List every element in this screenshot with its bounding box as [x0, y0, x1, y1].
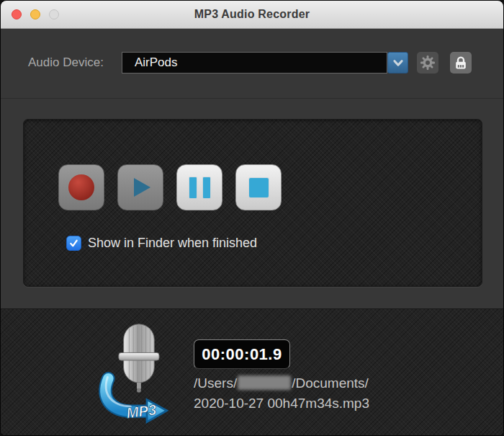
audio-device-label: Audio Device:: [28, 55, 104, 70]
chevron-down-icon: [390, 55, 406, 71]
lock-icon: [452, 54, 469, 71]
pause-button[interactable]: [176, 164, 222, 210]
output-directory: /Users//Documents/: [194, 373, 369, 393]
path-prefix: /Users/: [194, 375, 237, 391]
path-suffix: /Documents/: [292, 375, 369, 391]
lock-button[interactable]: [450, 52, 472, 74]
play-button[interactable]: [117, 164, 163, 210]
checkmark-icon: [68, 238, 79, 249]
elapsed-time-value: 00:00:01.9: [202, 345, 282, 364]
zoom-button-disabled: [49, 9, 59, 19]
transport-controls: [58, 164, 282, 210]
main-section: Show in Finder when finished: [1, 99, 503, 308]
minimize-button[interactable]: [30, 9, 40, 19]
pause-icon: [189, 177, 210, 198]
microphone-mp3-icon: MP3: [96, 320, 179, 424]
traffic-lights: [12, 9, 59, 19]
stop-button[interactable]: [235, 164, 282, 210]
play-icon: [127, 174, 154, 201]
window-title: MP3 Audio Recorder: [1, 1, 503, 28]
output-file-name: 2020-10-27 00h47m34s.mp3: [194, 393, 369, 414]
stop-icon: [249, 178, 269, 197]
audio-device-select[interactable]: AirPods: [122, 52, 387, 74]
settings-button[interactable]: [417, 52, 438, 74]
device-section: Audio Device: AirPods: [1, 29, 503, 99]
titlebar: MP3 Audio Recorder: [1, 1, 503, 29]
audio-device-value: AirPods: [122, 55, 178, 70]
elapsed-time-display: 00:00:01.9: [194, 339, 290, 369]
status-section: MP3 00:00:01.9 /Users//Documents/ 2020-1…: [1, 308, 503, 436]
record-button[interactable]: [58, 164, 104, 210]
app-window: MP3 Audio Recorder Audio Device: AirPods: [0, 0, 504, 436]
close-button[interactable]: [12, 9, 22, 19]
record-circle-icon: [68, 174, 94, 200]
audio-device-dropdown-button[interactable]: [387, 52, 408, 74]
gear-icon: [419, 54, 436, 71]
show-in-finder-label: Show in Finder when finished: [88, 236, 257, 251]
show-in-finder-option[interactable]: Show in Finder when finished: [66, 236, 257, 251]
show-in-finder-checkbox[interactable]: [66, 236, 81, 251]
redacted-username: [238, 375, 291, 390]
output-file-path: /Users//Documents/ 2020-10-27 00h47m34s.…: [194, 373, 369, 414]
recorder-panel: Show in Finder when finished: [23, 119, 482, 287]
